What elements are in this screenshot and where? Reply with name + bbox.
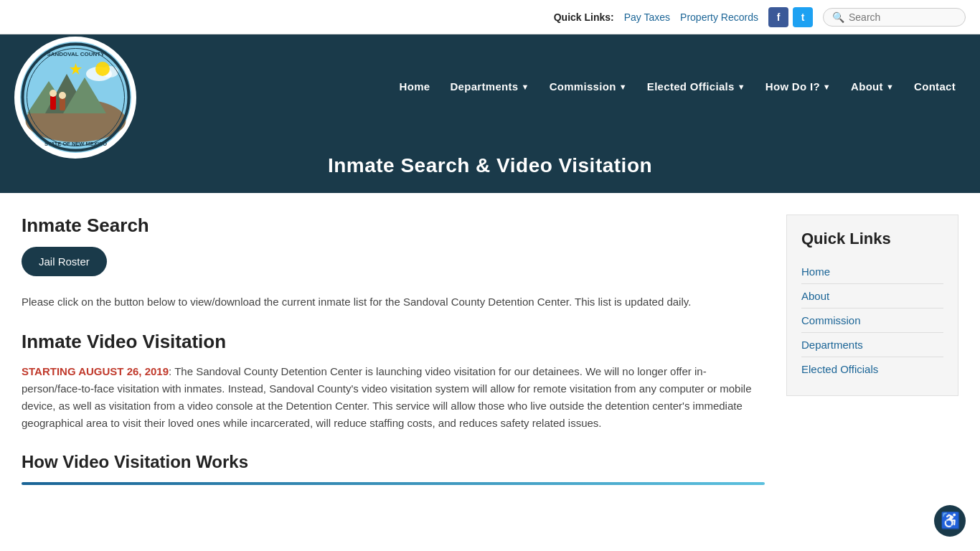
nav-home[interactable]: Home [390, 73, 440, 100]
sidebar-link-commission[interactable]: Commission [801, 309, 943, 333]
svg-text:SANDOVAL COUNTY: SANDOVAL COUNTY [47, 51, 105, 57]
sidebar-link-home[interactable]: Home [801, 260, 943, 284]
top-bar: Quick Links: Pay Taxes Property Records … [0, 0, 980, 34]
how-do-i-arrow: ▼ [823, 83, 831, 91]
nav-about[interactable]: About ▼ [841, 73, 904, 100]
county-seal-svg: SANDOVAL COUNTY STATE OF NEW MEXICO [20, 42, 131, 153]
nav-contact[interactable]: Contact [904, 73, 966, 100]
divider-bar [22, 482, 765, 485]
about-arrow: ▼ [886, 83, 894, 91]
nav-how-do-i[interactable]: How Do I? ▼ [755, 73, 841, 100]
nav-elected-officials[interactable]: Elected Officials ▼ [637, 73, 755, 100]
header: SANDOVAL COUNTY STATE OF NEW MEXICO Home… [0, 34, 980, 138]
content-area: Inmate Search Jail Roster Please click o… [0, 193, 980, 507]
svg-point-7 [95, 62, 110, 76]
facebook-icon[interactable]: f [768, 7, 788, 27]
main-nav: Home Departments ▼ Commission ▼ Elected … [390, 73, 966, 100]
video-visitation-title: Inmate Video Visitation [22, 331, 765, 353]
page-title: Inmate Search & Video Visitation [14, 154, 966, 177]
quick-links-label: Quick Links: [554, 11, 614, 23]
elected-officials-arrow: ▼ [738, 83, 745, 91]
inmate-search-body: Please click on the button below to view… [22, 293, 765, 311]
inmate-search-title: Inmate Search [22, 215, 765, 237]
svg-rect-8 [50, 95, 56, 110]
commission-arrow: ▼ [619, 83, 627, 91]
search-input[interactable] [849, 11, 956, 23]
jail-roster-button[interactable]: Jail Roster [22, 247, 107, 276]
highlight-date: STARTING AUGUST 26, 2019 [22, 365, 169, 377]
svg-rect-10 [60, 98, 65, 110]
pay-taxes-link[interactable]: Pay Taxes [624, 11, 670, 23]
sidebar-link-about[interactable]: About [801, 284, 943, 309]
logo-circle: SANDOVAL COUNTY STATE OF NEW MEXICO [14, 37, 136, 159]
nav-commission[interactable]: Commission ▼ [540, 73, 637, 100]
property-records-link[interactable]: Property Records [680, 11, 758, 23]
svg-text:STATE OF NEW MEXICO: STATE OF NEW MEXICO [44, 141, 106, 147]
sidebar-link-departments[interactable]: Departments [801, 333, 943, 357]
social-icons: f t [768, 7, 813, 27]
sidebar-link-elected-officials[interactable]: Elected Officials [801, 357, 943, 381]
page-title-banner: Inmate Search & Video Visitation [0, 138, 980, 193]
nav-departments[interactable]: Departments ▼ [440, 73, 539, 100]
video-visitation-body: STARTING AUGUST 26, 2019: The Sandoval C… [22, 363, 765, 432]
svg-point-9 [50, 90, 57, 97]
sidebar-title: Quick Links [801, 230, 943, 248]
svg-point-11 [59, 92, 66, 99]
main-content: Inmate Search Jail Roster Please click o… [22, 215, 765, 485]
logo-area: SANDOVAL COUNTY STATE OF NEW MEXICO [14, 15, 136, 159]
sidebar-box: Quick Links Home About Commission Depart… [786, 215, 958, 396]
search-box: 🔍 [823, 8, 966, 27]
sidebar: Quick Links Home About Commission Depart… [786, 215, 958, 485]
how-works-title: How Video Visitation Works [22, 452, 765, 472]
twitter-icon[interactable]: t [793, 7, 813, 27]
search-icon: 🔍 [832, 11, 844, 23]
departments-arrow: ▼ [521, 83, 529, 91]
